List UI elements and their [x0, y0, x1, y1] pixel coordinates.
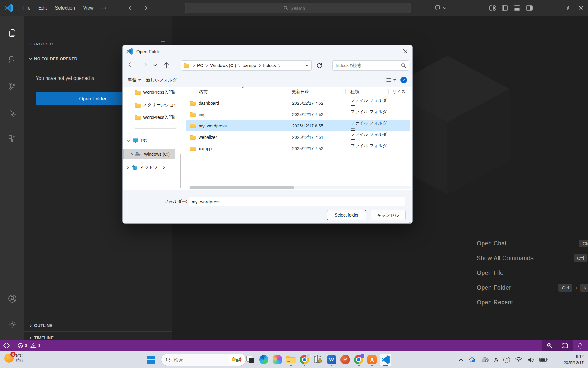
account-icon[interactable] — [0, 291, 24, 306]
nav-back-icon[interactable] — [128, 62, 135, 68]
quick-access-folder[interactable]: WordPress入門編 — [135, 113, 175, 122]
powerpoint-icon[interactable]: P — [340, 354, 351, 366]
resize-grip[interactable] — [407, 219, 411, 223]
j-circle-icon[interactable]: J — [503, 357, 510, 363]
breadcrumb-drive[interactable]: Windows (C:) — [209, 63, 236, 68]
breadcrumb-pc[interactable]: PC — [197, 63, 204, 68]
menu-view[interactable]: View — [79, 0, 97, 16]
vscode-taskbar-icon[interactable] — [380, 354, 391, 366]
run-debug-icon[interactable] — [0, 105, 24, 121]
organize-button[interactable]: 整理 — [128, 77, 141, 83]
address-dropdown-icon[interactable] — [305, 64, 309, 67]
history-forward-icon[interactable] — [141, 5, 148, 11]
quick-access-folder[interactable]: スクリーンショット — [135, 100, 175, 110]
command-center-search[interactable] — [185, 3, 411, 13]
nav-recent-chevron-icon[interactable] — [153, 64, 157, 66]
problems-indicator[interactable]: 0 0 — [18, 343, 40, 348]
dialog-close-button[interactable] — [398, 45, 412, 57]
breadcrumb-xampp[interactable]: xampp — [242, 63, 256, 68]
outline-section[interactable]: OUTLINE — [24, 319, 172, 331]
column-divider[interactable] — [287, 89, 287, 94]
word-icon[interactable]: W — [326, 354, 337, 366]
column-modified[interactable]: 更新日時 — [287, 89, 345, 95]
remote-indicator[interactable] — [3, 343, 10, 348]
no-folder-section-header[interactable]: NO FOLDER OPENED — [29, 57, 77, 61]
tree-scrollbar[interactable] — [180, 154, 181, 188]
column-size[interactable]: サイズ — [388, 89, 410, 95]
ime-mode-indicator[interactable]: A — [494, 356, 498, 363]
quick-access-folder[interactable]: WordPress入門編 — [135, 88, 175, 97]
taskbar-search[interactable] — [161, 354, 246, 366]
weather-widget[interactable]: 8 5°C 晴れ — [4, 353, 23, 363]
xampp-icon[interactable]: X — [367, 354, 378, 366]
tree-item-windows-c[interactable]: Windows (C:) — [131, 150, 170, 159]
command-center-input[interactable] — [291, 6, 312, 11]
search-view-icon[interactable] — [0, 52, 24, 67]
menu-file[interactable]: File — [18, 0, 34, 16]
zoom-status-icon[interactable] — [542, 340, 557, 351]
breadcrumb-htdocs[interactable]: htdocs — [263, 63, 276, 68]
window-close-button[interactable] — [574, 0, 588, 16]
file-row-dashboard[interactable]: dashboard 2025/12/17 7:52 ファイル フォルダー — [186, 97, 410, 109]
address-bar[interactable]: PC Windows (C:) xampp htdocs — [181, 60, 312, 71]
notifications-bell-icon[interactable] — [573, 340, 588, 351]
tree-item-network[interactable]: ネットワーク — [127, 163, 166, 172]
column-name[interactable]: 名前 — [185, 89, 287, 95]
source-control-icon[interactable] — [0, 78, 24, 94]
file-row-my-wordpress[interactable]: my_wordpress 2025/12/17 8:55 ファイル フォルダー — [186, 120, 410, 131]
history-back-icon[interactable] — [128, 5, 135, 11]
file-list-header: 名前 更新日時 種類 サイズ — [185, 88, 409, 96]
wifi-icon[interactable] — [515, 357, 522, 362]
address-book-lock-icon[interactable] — [312, 354, 324, 366]
new-folder-button[interactable]: 新しいフォルダー — [146, 77, 181, 83]
start-button[interactable] — [147, 356, 155, 364]
menu-more-icon[interactable] — [98, 0, 110, 16]
explorer-view-icon[interactable] — [0, 25, 24, 41]
nav-up-icon[interactable] — [163, 62, 169, 68]
file-row-webalizer[interactable]: webalizer 2025/12/17 7:51 ファイル フォルダー — [186, 131, 410, 143]
folder-name-input[interactable] — [189, 197, 405, 206]
tray-expand-icon[interactable] — [459, 358, 463, 361]
cancel-button[interactable]: キャンセル — [371, 210, 406, 220]
file-explorer-icon[interactable] — [285, 354, 296, 366]
dialog-search-input[interactable] — [336, 63, 401, 68]
copilot-chat-icon[interactable] — [435, 4, 446, 12]
seasonal-ornaments-icon[interactable] — [229, 354, 245, 365]
battery-icon[interactable] — [539, 358, 548, 362]
task-view-button[interactable] — [245, 354, 256, 366]
toggle-primary-sidebar-icon[interactable] — [502, 5, 508, 11]
explorer-more-icon[interactable] — [161, 41, 165, 42]
chrome-profile2-icon[interactable] — [353, 354, 364, 366]
extensions-icon[interactable] — [0, 131, 24, 147]
refresh-icon[interactable] — [316, 63, 322, 69]
view-mode-button[interactable] — [386, 78, 396, 82]
volume-icon[interactable] — [527, 357, 534, 362]
window-restore-button[interactable] — [560, 0, 574, 16]
dialog-search-box[interactable] — [332, 60, 409, 71]
sync-icon[interactable] — [468, 356, 476, 363]
file-row-xampp[interactable]: xampp 2025/12/17 7:52 ファイル フォルダー — [186, 143, 410, 154]
tree-item-pc[interactable]: PC — [127, 136, 147, 145]
column-type[interactable]: 種類 — [345, 89, 388, 95]
help-button[interactable]: ? — [400, 77, 407, 83]
edge-icon[interactable] — [258, 354, 269, 366]
column-divider[interactable] — [345, 89, 346, 94]
customize-layout-icon[interactable] — [489, 5, 496, 11]
file-row-img[interactable]: img 2025/12/17 7:52 ファイル フォルダー — [186, 109, 410, 120]
toggle-secondary-sidebar-icon[interactable] — [526, 5, 533, 11]
horizontal-scrollbar[interactable] — [189, 186, 411, 189]
window-minimize-button[interactable] — [546, 0, 560, 16]
settings-gear-icon[interactable] — [0, 317, 24, 332]
copilot-app-icon[interactable] — [272, 354, 283, 366]
nav-forward-icon[interactable] — [141, 62, 148, 68]
menu-selection[interactable]: Selection — [51, 0, 79, 16]
toggle-panel-icon[interactable] — [514, 5, 520, 11]
select-folder-button[interactable]: Select folder — [327, 210, 366, 220]
taskbar-search-input[interactable] — [174, 357, 214, 362]
clock-widget[interactable]: 9:12 2025/12/17 — [564, 354, 584, 366]
chrome-profile1-icon[interactable] — [299, 354, 310, 366]
onedrive-cloud-icon[interactable]: i — [481, 357, 489, 363]
copilot-status-icon[interactable] — [557, 340, 573, 351]
column-divider[interactable] — [388, 89, 389, 94]
menu-edit[interactable]: Edit — [34, 0, 51, 16]
